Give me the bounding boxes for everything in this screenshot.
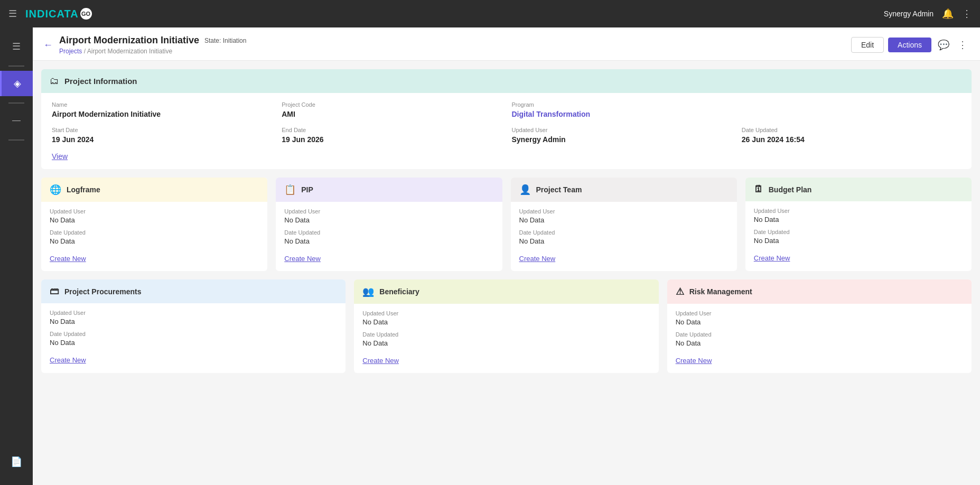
logframe-icon: 🌐 (50, 184, 61, 195)
field-date-updated: Date Updated 26 Jun 2024 16:54 (742, 127, 961, 144)
card-project-procurements-title: Project Procurements (64, 287, 142, 296)
project-team-date-updated-field: Date Updated No Data (519, 229, 729, 245)
project-procurements-date-updated-value: No Data (50, 339, 337, 347)
pip-updated-user-label: Updated User (284, 208, 493, 214)
view-link[interactable]: View (52, 152, 68, 161)
risk-management-create-new-link[interactable]: Create New (676, 357, 712, 365)
card-beneficiary-title: Beneficiary (379, 287, 419, 296)
beneficiary-date-updated-label: Date Updated (362, 331, 650, 338)
card-logframe: 🌐 Logframe Updated User No Data Date Upd… (41, 178, 267, 271)
logframe-updated-user-label: Updated User (50, 208, 259, 214)
cards-row-1: 🌐 Logframe Updated User No Data Date Upd… (33, 169, 980, 279)
sidebar-item-menu[interactable]: ☰ (0, 34, 33, 59)
edit-button[interactable]: Edit (851, 37, 884, 53)
project-info-header: 🗂 Project Information (41, 69, 972, 93)
page-header: ← Airport Modernization Initiative State… (33, 27, 980, 61)
project-info-body: Name Airport Modernization Initiative Pr… (41, 93, 972, 169)
more-options-icon: ⋮ (958, 40, 967, 50)
card-project-procurements-body: Updated User No Data Date Updated No Dat… (41, 303, 346, 372)
beneficiary-updated-user-value: No Data (362, 318, 650, 326)
field-project-code: Project Code AMI (282, 101, 501, 118)
sidebar-divider-2 (8, 102, 24, 104)
project-procurements-date-updated-field: Date Updated No Data (50, 331, 337, 347)
project-team-updated-user-value: No Data (519, 216, 729, 224)
logframe-date-updated-label: Date Updated (50, 229, 259, 236)
sidebar-item-graph[interactable]: — (0, 108, 33, 133)
breadcrumb-projects[interactable]: Projects (59, 48, 82, 55)
budget-plan-updated-user-label: Updated User (754, 208, 963, 214)
logframe-create-new-link[interactable]: Create New (50, 255, 86, 263)
risk-management-updated-user-label: Updated User (676, 310, 963, 316)
pip-date-updated-label: Date Updated (284, 229, 493, 236)
card-risk-management-body: Updated User No Data Date Updated No Dat… (667, 304, 972, 373)
field-program: Program Digital Transformation (512, 101, 731, 118)
field-updated-user: Updated User Synergy Admin (512, 127, 731, 144)
doc-icon: 📄 (11, 456, 22, 468)
breadcrumb: Projects / Airport Modernization Initiat… (59, 48, 246, 55)
risk-management-date-updated-field: Date Updated No Data (676, 331, 963, 347)
more-options-button[interactable]: ⋮ (956, 37, 969, 53)
user-name: Synergy Admin (884, 10, 934, 18)
more-icon[interactable]: ⋮ (962, 8, 972, 20)
card-logframe-title: Logframe (67, 185, 100, 194)
beneficiary-create-new-link[interactable]: Create New (362, 357, 399, 365)
label-date-updated: Date Updated (742, 127, 961, 133)
project-team-date-updated-value: No Data (519, 237, 729, 245)
label-end-date: End Date (282, 127, 501, 133)
card-budget-plan: 🗓 Budget Plan Updated User No Data Date … (745, 178, 972, 271)
nav-right: Synergy Admin 🔔 ⋮ (884, 8, 972, 20)
page-title: Airport Modernization Initiative (59, 35, 199, 46)
card-pip-title: PIP (301, 185, 313, 194)
pip-updated-user-value: No Data (284, 216, 493, 224)
comment-button[interactable]: 💬 (936, 37, 951, 53)
card-project-team-body: Updated User No Data Date Updated No Dat… (511, 202, 737, 271)
project-procurements-date-updated-label: Date Updated (50, 331, 337, 337)
page-header-left: ← Airport Modernization Initiative State… (43, 35, 246, 55)
logframe-date-updated-value: No Data (50, 237, 259, 245)
project-procurements-create-new-link[interactable]: Create New (50, 356, 86, 364)
main-icon: ◈ (14, 78, 21, 89)
pip-create-new-link[interactable]: Create New (284, 255, 321, 263)
hamburger-icon[interactable]: ☰ (8, 8, 17, 20)
card-logframe-header: 🌐 Logframe (41, 178, 267, 202)
sidebar: ☰ ◈ — 📄 (0, 27, 33, 485)
budget-plan-date-updated-label: Date Updated (754, 229, 963, 235)
back-button[interactable]: ← (43, 40, 53, 51)
beneficiary-updated-user-field: Updated User No Data (362, 310, 650, 326)
value-date-updated: 26 Jun 2024 16:54 (742, 135, 961, 144)
value-project-code: AMI (282, 110, 501, 118)
budget-plan-create-new-link[interactable]: Create New (754, 254, 790, 262)
project-team-updated-user-field: Updated User No Data (519, 208, 729, 224)
field-placeholder (742, 101, 961, 118)
value-start-date: 19 Jun 2024 (52, 135, 271, 144)
sidebar-item-doc[interactable]: 📄 (0, 449, 33, 474)
project-procurements-updated-user-value: No Data (50, 318, 337, 325)
project-info-title: Project Information (64, 77, 137, 86)
card-pip-body: Updated User No Data Date Updated No Dat… (276, 202, 502, 271)
value-name: Airport Modernization Initiative (52, 110, 271, 118)
label-program: Program (512, 101, 731, 108)
project-procurements-updated-user-field: Updated User No Data (50, 310, 337, 325)
card-project-team-header: 👤 Project Team (511, 178, 737, 202)
risk-management-icon: ⚠ (676, 286, 684, 297)
page-title-row: Airport Modernization Initiative State: … (59, 35, 246, 46)
sidebar-item-main[interactable]: ◈ (0, 71, 33, 96)
beneficiary-date-updated-value: No Data (362, 339, 650, 347)
project-team-date-updated-label: Date Updated (519, 229, 729, 236)
risk-management-updated-user-value: No Data (676, 318, 963, 326)
page-title-area: Airport Modernization Initiative State: … (59, 35, 246, 55)
budget-plan-updated-user-value: No Data (754, 216, 963, 223)
risk-management-date-updated-value: No Data (676, 339, 963, 347)
sidebar-divider-3 (8, 139, 24, 141)
cards-row-2: 🗃 Project Procurements Updated User No D… (33, 279, 980, 381)
project-team-create-new-link[interactable]: Create New (519, 255, 556, 263)
card-budget-plan-header: 🗓 Budget Plan (745, 178, 972, 201)
actions-button[interactable]: Actions (888, 38, 931, 52)
logframe-date-updated-field: Date Updated No Data (50, 229, 259, 245)
card-beneficiary-body: Updated User No Data Date Updated No Dat… (354, 304, 658, 373)
beneficiary-icon: 👥 (362, 286, 374, 297)
risk-management-updated-user-field: Updated User No Data (676, 310, 963, 326)
card-budget-plan-body: Updated User No Data Date Updated No Dat… (745, 201, 972, 271)
bell-icon[interactable]: 🔔 (942, 8, 954, 20)
project-procurements-updated-user-label: Updated User (50, 310, 337, 316)
